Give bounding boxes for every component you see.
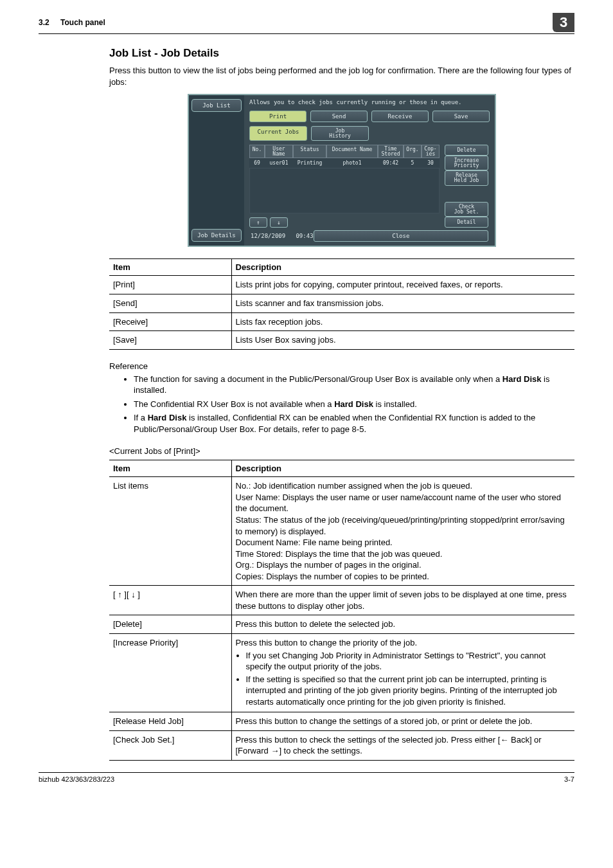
side-button[interactable]: ReleaseHeld Job <box>445 170 488 185</box>
table-row-desc: Lists User Box saving jobs. <box>231 331 574 350</box>
datetime: 12/28/2009 09:43 <box>251 233 314 239</box>
current-jobs-table: Item Description List itemsNo.: Job iden… <box>109 460 574 760</box>
table-row-item: [Print] <box>109 276 231 294</box>
table-row-item: [Release Held Job] <box>109 712 231 731</box>
col-item: Item <box>109 460 231 477</box>
bullet-item: If you set Changing Job Priority in Admi… <box>246 650 571 673</box>
job-details-tab[interactable]: Job Details <box>191 229 242 242</box>
page-header: 3.2 Touch panel 3 <box>39 13 574 34</box>
side-button[interactable]: Delete <box>445 145 488 156</box>
table-row-desc: Lists fax reception jobs. <box>231 312 574 331</box>
close-button[interactable]: Close <box>314 230 488 242</box>
table-row-item: [Delete] <box>109 615 231 634</box>
table-row-item: List items <box>109 477 231 586</box>
main-tab-receive[interactable]: Receive <box>371 111 429 122</box>
table-row-item: [Send] <box>109 294 231 313</box>
column-header: UserName <box>265 145 293 158</box>
col-item: Item <box>109 259 231 276</box>
footer-right: 3-7 <box>564 775 574 783</box>
reference-item: The function for saving a document in th… <box>134 374 574 396</box>
table-cell[interactable]: 5 <box>404 158 422 168</box>
table-row-item: [Save] <box>109 331 231 350</box>
table-row-desc: When there are more than the upper limit… <box>231 586 574 615</box>
sub-tab[interactable]: Current Jobs <box>249 126 307 141</box>
side-button[interactable]: CheckJob Set. <box>445 202 488 217</box>
arrow-up-button[interactable]: ↑ <box>249 217 267 228</box>
column-header: No. <box>249 145 265 158</box>
section-title: Touch panel <box>60 18 105 27</box>
subheading: <Current Jobs of [Print]> <box>109 446 574 456</box>
table-row-desc: Lists scanner and fax transmission jobs. <box>231 294 574 313</box>
reference-item: If a Hard Disk is installed, Confidentia… <box>134 412 574 435</box>
arrow-down-button[interactable]: ↓ <box>270 217 288 228</box>
intro-paragraph: Press this button to view the list of jo… <box>109 65 574 87</box>
reference-list: The function for saving a document in th… <box>109 374 574 435</box>
tabs-description-table: Item Description [Print]Lists print jobs… <box>109 258 574 349</box>
reference-item: The Confidential RX User Box is not avai… <box>134 399 574 410</box>
main-tab-send[interactable]: Send <box>310 111 368 122</box>
hint-text: Allows you to check jobs currently runni… <box>249 99 490 105</box>
table-cell[interactable]: 09:42 <box>378 158 404 168</box>
footer-left: bizhub 423/363/283/223 <box>39 775 114 783</box>
table-row-desc: Lists print jobs for copying, computer p… <box>231 276 574 294</box>
column-header: Document Name <box>326 145 378 158</box>
column-header: TimeStored <box>378 145 404 158</box>
side-button[interactable]: IncreasePriority <box>445 156 488 170</box>
table-row-item: [Increase Priority] <box>109 633 231 712</box>
reference-label: Reference <box>109 361 574 371</box>
header-section: 3.2 Touch panel <box>39 18 114 27</box>
table-row-desc: No.: Job identification number assigned … <box>231 477 574 586</box>
column-header: Cop-ies <box>422 145 440 158</box>
job-list-tab[interactable]: Job List <box>191 99 242 112</box>
table-cell[interactable]: user01 <box>265 158 293 168</box>
col-desc: Description <box>231 460 574 477</box>
table-row-desc: Press this button to check the settings … <box>231 730 574 760</box>
table-cell[interactable]: photo1 <box>326 158 378 168</box>
table-row-item: [Check Job Set.] <box>109 730 231 760</box>
table-cell[interactable]: Printing <box>293 158 326 168</box>
embedded-screenshot: Job List Job Details Allows you to check… <box>109 94 574 247</box>
table-cell[interactable]: 69 <box>249 158 265 168</box>
table-row-desc: Press this button to change the settings… <box>231 712 574 731</box>
col-desc: Description <box>231 259 574 276</box>
main-tab-print[interactable]: Print <box>249 111 306 122</box>
side-button[interactable]: Detail <box>445 217 488 228</box>
table-row-item: [ ↑ ][ ↓ ] <box>109 586 231 615</box>
table-empty-area <box>249 168 440 213</box>
main-tab-save[interactable]: Save <box>432 111 490 122</box>
table-row-item: [Receive] <box>109 312 231 331</box>
table-cell[interactable]: 30 <box>422 158 440 168</box>
section-number: 3.2 <box>39 18 49 27</box>
bullet-item: If the setting is specified so that the … <box>246 674 571 708</box>
page-title: Job List - Job Details <box>109 47 574 60</box>
sub-tab[interactable]: JobHistory <box>311 126 369 141</box>
column-header: Status <box>293 145 326 158</box>
table-row-desc: Press this button to delete the selected… <box>231 615 574 634</box>
table-row-desc: Press this button to change the priority… <box>231 633 574 712</box>
chapter-badge: 3 <box>553 13 574 32</box>
column-header: Org. <box>404 145 422 158</box>
